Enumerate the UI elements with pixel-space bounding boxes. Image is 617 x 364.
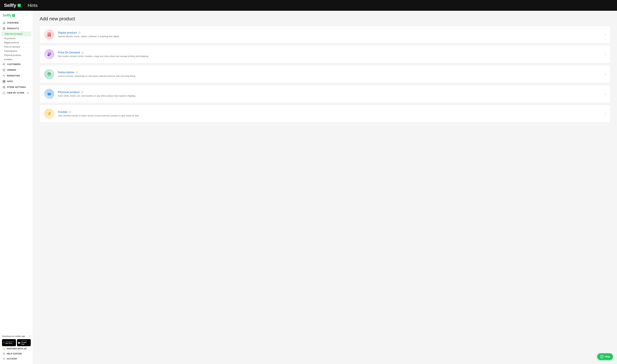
freebie-icon [44,108,55,119]
zip-icon: ZIP [47,32,52,37]
subscription-arrow: › [605,72,606,76]
sidebar-item-account[interactable]: ACCOUNT [2,356,31,361]
physical-product-info: Physical product ⓘ Add t-shirts, books, … [58,91,602,97]
freebie-title: Freebie ⓘ [58,111,602,114]
svg-point-4 [3,63,4,64]
product-card-digital[interactable]: ZIP Digital product ⓘ Upload eBooks, mus… [40,26,610,43]
svg-rect-14 [4,82,5,83]
svg-rect-25 [49,34,49,34]
customers-icon [3,63,5,66]
svg-rect-3 [4,29,5,30]
help-fab-label: Help [605,355,610,358]
google-play-icon: ▶ [18,341,21,345]
apple-icon:  [3,341,4,344]
topbar-logo-text: Sellfy [4,3,16,8]
sidebar-item-store-settings[interactable]: STORE SETTINGS [0,84,33,90]
product-card-print-on-demand[interactable]: Print On Demand ⓘ Sell custom printed t-… [40,45,610,63]
svg-rect-11 [4,81,5,82]
sidebar-sub-freebies[interactable]: Freebies [0,57,33,62]
physical-product-info-icon: ⓘ [81,91,83,93]
svg-point-20 [3,358,4,359]
tag-icon [46,111,52,117]
svg-rect-24 [49,33,49,34]
subscription-desc: Launch courses, workshops or sell yearly… [58,75,602,77]
sidebar-item-products[interactable]: PRODUCTS [0,26,33,31]
svg-rect-9 [3,81,3,82]
help-fab-button[interactable]: ? Help [597,353,613,360]
physical-product-desc: Add t-shirts, books, art, merchandise or… [58,95,602,97]
svg-rect-6 [3,80,3,81]
print-on-demand-title: Print On Demand ⓘ [58,51,602,54]
sidebar-item-add-new-product[interactable]: Add new product [1,31,31,36]
home-icon [3,22,5,24]
main-content: Add new product ZIP Digital product [33,11,617,364]
marketing-icon [3,74,5,77]
sidebar-item-partner[interactable]: PARTNER WITH US [2,346,31,351]
google-play-badge[interactable]: ▶ GET IT ON Google Play [17,339,31,346]
tshirt-icon [46,91,52,97]
topbar-title: Hints [28,3,38,8]
sidebar-item-help-center[interactable]: HELP CENTER [2,351,31,356]
store-icon [3,91,5,94]
svg-rect-1 [4,27,5,28]
sidebar-item-apps[interactable]: APPS [0,78,33,84]
sidebar-bottom: Download our mobile app: ×  Download on… [0,333,33,364]
print-on-demand-info-icon: ⓘ [81,52,83,54]
sidebar-nav: OVERVIEW PRODUCTS Add new product All pr… [0,19,33,333]
print-icon [46,51,52,57]
sidebar-sub-physical-products[interactable]: Physical products [0,53,33,57]
svg-point-30 [49,52,50,53]
freebie-arrow: › [605,112,606,116]
physical-product-arrow: › [605,92,606,96]
settings-icon [3,86,5,89]
sidebar-logo-badge: S [12,14,15,17]
sidebar-item-customers[interactable]: CUSTOMERS [0,62,33,67]
digital-product-title: Digital product ⓘ [58,31,602,34]
svg-point-38 [49,112,49,113]
apps-icon [3,80,5,83]
sidebar-item-overview[interactable]: OVERVIEW [0,20,33,26]
close-mobile-app-banner[interactable]: × [29,335,31,338]
svg-line-16 [27,92,28,93]
svg-point-15 [4,87,4,88]
physical-product-title: Physical product ⓘ [58,91,602,94]
sidebar-logo-area: Sellfy S [0,11,33,19]
external-link-icon [27,92,29,94]
product-card-subscription[interactable]: Subscription ⓘ Launch courses, workshops… [40,65,610,83]
freebie-info: Freebie ⓘ Add a product teaser or basic … [58,111,602,117]
sidebar-sub-print-on-demand[interactable]: Print on demand [0,45,33,49]
svg-point-34 [49,74,50,75]
sidebar: Sellfy S OVERVIEW PRODUCTS Add new produ… [0,11,33,364]
subscription-icon [44,69,55,79]
layout: Sellfy S OVERVIEW PRODUCTS Add new produ… [0,11,617,364]
sidebar-item-marketing[interactable]: MARKETING [0,73,33,78]
app-store-badge[interactable]:  Download on the App Store [2,339,16,346]
svg-text:ZIP: ZIP [48,35,50,36]
print-on-demand-desc: Sell custom printed t-shirts, hoodies, m… [58,55,602,57]
digital-product-info-icon: ⓘ [78,32,80,34]
sidebar-sub-subscriptions[interactable]: Subscriptions [0,49,33,53]
digital-product-icon: ZIP [44,29,55,40]
freebie-info-icon: ⓘ [69,111,71,113]
print-on-demand-icon [44,49,55,60]
svg-line-40 [49,114,50,114]
topbar-logo-badge: S [17,4,21,7]
page-title: Add new product [40,16,610,22]
sidebar-logo[interactable]: Sellfy S [3,13,15,17]
help-fab-icon: ? [600,355,604,358]
svg-rect-0 [3,27,4,28]
product-card-physical[interactable]: Physical product ⓘ Add t-shirts, books, … [40,85,610,103]
digital-product-info: Digital product ⓘ Upload eBooks, music, … [58,31,602,38]
svg-line-39 [49,113,50,114]
print-on-demand-info: Print On Demand ⓘ Sell custom printed t-… [58,51,602,57]
sidebar-sub-digital-products[interactable]: Digital products [0,40,33,45]
products-icon [3,27,5,30]
freebie-desc: Add a product teaser or basic version of… [58,114,602,117]
svg-rect-12 [3,82,3,83]
sidebar-sub-all-products[interactable]: All products [0,36,33,40]
svg-rect-8 [4,80,5,81]
google-play-text: GET IT ON Google Play [21,340,30,345]
sidebar-item-orders[interactable]: ORDERS [0,67,33,73]
product-card-freebie[interactable]: Freebie ⓘ Add a product teaser or basic … [40,105,610,123]
sidebar-item-view-my-store[interactable]: VIEW MY STORE [0,90,33,96]
